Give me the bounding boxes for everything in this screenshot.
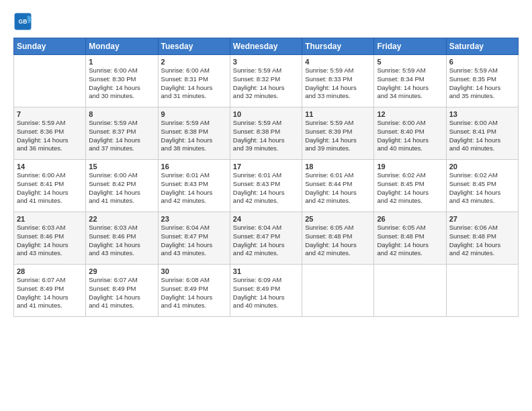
- day-info: Sunrise: 6:01 AM Sunset: 8:43 PM Dayligh…: [233, 171, 299, 205]
- calendar-table: SundayMondayTuesdayWednesdayThursdayFrid…: [13, 38, 519, 317]
- calendar-cell: 14Sunrise: 6:00 AM Sunset: 8:41 PM Dayli…: [14, 160, 86, 212]
- day-number: 22: [89, 215, 154, 223]
- day-info: Sunrise: 6:07 AM Sunset: 8:49 PM Dayligh…: [17, 276, 83, 310]
- day-header-friday: Friday: [374, 38, 446, 55]
- day-info: Sunrise: 5:59 AM Sunset: 8:35 PM Dayligh…: [449, 66, 515, 101]
- day-info: Sunrise: 6:00 AM Sunset: 8:31 PM Dayligh…: [161, 66, 227, 101]
- calendar-cell: 29Sunrise: 6:07 AM Sunset: 8:49 PM Dayli…: [86, 265, 158, 317]
- day-number: 7: [17, 110, 83, 118]
- header: GB: [13, 12, 519, 31]
- day-header-tuesday: Tuesday: [158, 38, 230, 55]
- calendar-cell: 1Sunrise: 6:00 AM Sunset: 8:30 PM Daylig…: [86, 55, 158, 107]
- day-number: 3: [233, 58, 299, 66]
- week-row-2: 14Sunrise: 6:00 AM Sunset: 8:41 PM Dayli…: [14, 160, 519, 212]
- day-info: Sunrise: 6:06 AM Sunset: 8:48 PM Dayligh…: [449, 224, 515, 258]
- day-number: 16: [161, 163, 227, 171]
- calendar-cell: 8Sunrise: 5:59 AM Sunset: 8:37 PM Daylig…: [86, 107, 158, 160]
- week-row-3: 21Sunrise: 6:03 AM Sunset: 8:46 PM Dayli…: [14, 212, 519, 265]
- logo-icon: GB: [13, 12, 32, 31]
- day-info: Sunrise: 5:59 AM Sunset: 8:37 PM Dayligh…: [89, 119, 154, 153]
- day-info: Sunrise: 6:00 AM Sunset: 8:41 PM Dayligh…: [17, 171, 83, 205]
- calendar-cell: 18Sunrise: 6:01 AM Sunset: 8:44 PM Dayli…: [302, 160, 374, 212]
- calendar-cell: 16Sunrise: 6:01 AM Sunset: 8:43 PM Dayli…: [158, 160, 230, 212]
- svg-text:GB: GB: [19, 18, 28, 25]
- day-info: Sunrise: 6:00 AM Sunset: 8:30 PM Dayligh…: [89, 66, 154, 101]
- day-number: 14: [17, 163, 83, 171]
- day-header-saturday: Saturday: [446, 38, 518, 55]
- day-number: 9: [161, 110, 227, 118]
- calendar-cell: 5Sunrise: 5:59 AM Sunset: 8:34 PM Daylig…: [374, 55, 446, 107]
- day-info: Sunrise: 5:59 AM Sunset: 8:38 PM Dayligh…: [233, 119, 299, 153]
- calendar-cell: 6Sunrise: 5:59 AM Sunset: 8:35 PM Daylig…: [446, 55, 518, 107]
- calendar-cell: 30Sunrise: 6:08 AM Sunset: 8:49 PM Dayli…: [158, 265, 230, 317]
- day-info: Sunrise: 5:59 AM Sunset: 8:33 PM Dayligh…: [305, 66, 371, 101]
- day-info: Sunrise: 5:59 AM Sunset: 8:39 PM Dayligh…: [305, 119, 371, 153]
- day-info: Sunrise: 5:59 AM Sunset: 8:36 PM Dayligh…: [17, 119, 83, 153]
- calendar-cell: 10Sunrise: 5:59 AM Sunset: 8:38 PM Dayli…: [230, 107, 302, 160]
- day-info: Sunrise: 6:00 AM Sunset: 8:42 PM Dayligh…: [89, 171, 154, 205]
- day-number: 11: [305, 110, 371, 118]
- week-row-4: 28Sunrise: 6:07 AM Sunset: 8:49 PM Dayli…: [14, 265, 519, 317]
- day-info: Sunrise: 6:01 AM Sunset: 8:44 PM Dayligh…: [305, 171, 371, 205]
- day-number: 4: [305, 58, 371, 66]
- calendar-cell: 26Sunrise: 6:05 AM Sunset: 8:48 PM Dayli…: [374, 212, 446, 265]
- day-number: 8: [89, 110, 154, 118]
- day-number: 21: [17, 215, 83, 223]
- day-number: 17: [233, 163, 299, 171]
- calendar-cell: 15Sunrise: 6:00 AM Sunset: 8:42 PM Dayli…: [86, 160, 158, 212]
- day-number: 31: [233, 267, 299, 275]
- calendar-cell: 20Sunrise: 6:02 AM Sunset: 8:45 PM Dayli…: [446, 160, 518, 212]
- calendar-cell: 11Sunrise: 5:59 AM Sunset: 8:39 PM Dayli…: [302, 107, 374, 160]
- calendar-cell: 3Sunrise: 5:59 AM Sunset: 8:32 PM Daylig…: [230, 55, 302, 107]
- day-info: Sunrise: 6:01 AM Sunset: 8:43 PM Dayligh…: [161, 171, 227, 205]
- day-info: Sunrise: 5:59 AM Sunset: 8:38 PM Dayligh…: [161, 119, 227, 153]
- calendar-cell: 27Sunrise: 6:06 AM Sunset: 8:48 PM Dayli…: [446, 212, 518, 265]
- day-number: 10: [233, 110, 299, 118]
- calendar-cell: 22Sunrise: 6:03 AM Sunset: 8:46 PM Dayli…: [86, 212, 158, 265]
- day-header-wednesday: Wednesday: [230, 38, 302, 55]
- day-number: 28: [17, 267, 83, 275]
- day-info: Sunrise: 6:05 AM Sunset: 8:48 PM Dayligh…: [305, 224, 371, 258]
- calendar-cell: 2Sunrise: 6:00 AM Sunset: 8:31 PM Daylig…: [158, 55, 230, 107]
- calendar-cell: 12Sunrise: 6:00 AM Sunset: 8:40 PM Dayli…: [374, 107, 446, 160]
- calendar-cell: 13Sunrise: 6:00 AM Sunset: 8:41 PM Dayli…: [446, 107, 518, 160]
- calendar-cell: 31Sunrise: 6:09 AM Sunset: 8:49 PM Dayli…: [230, 265, 302, 317]
- calendar-cell: [374, 265, 446, 317]
- day-number: 12: [377, 110, 443, 118]
- day-number: 1: [89, 58, 154, 66]
- day-number: 23: [161, 215, 227, 223]
- day-number: 18: [305, 163, 371, 171]
- day-number: 25: [305, 215, 371, 223]
- day-header-thursday: Thursday: [302, 38, 374, 55]
- day-header-monday: Monday: [86, 38, 158, 55]
- day-info: Sunrise: 6:03 AM Sunset: 8:46 PM Dayligh…: [89, 224, 154, 258]
- day-number: 20: [449, 163, 515, 171]
- calendar-cell: 17Sunrise: 6:01 AM Sunset: 8:43 PM Dayli…: [230, 160, 302, 212]
- calendar-cell: 23Sunrise: 6:04 AM Sunset: 8:47 PM Dayli…: [158, 212, 230, 265]
- week-row-1: 7Sunrise: 5:59 AM Sunset: 8:36 PM Daylig…: [14, 107, 519, 160]
- day-number: 26: [377, 215, 443, 223]
- day-number: 6: [449, 58, 515, 66]
- day-info: Sunrise: 6:07 AM Sunset: 8:49 PM Dayligh…: [89, 276, 154, 310]
- page: GB SundayMondayTuesdayWednesdayThursdayF…: [0, 0, 532, 411]
- day-info: Sunrise: 6:00 AM Sunset: 8:41 PM Dayligh…: [449, 119, 515, 153]
- day-number: 24: [233, 215, 299, 223]
- day-number: 2: [161, 58, 227, 66]
- calendar-cell: 4Sunrise: 5:59 AM Sunset: 8:33 PM Daylig…: [302, 55, 374, 107]
- day-number: 15: [89, 163, 154, 171]
- calendar-cell: 7Sunrise: 5:59 AM Sunset: 8:36 PM Daylig…: [14, 107, 86, 160]
- day-number: 19: [377, 163, 443, 171]
- day-number: 29: [89, 267, 154, 275]
- day-header-sunday: Sunday: [14, 38, 86, 55]
- day-number: 13: [449, 110, 515, 118]
- calendar-cell: [446, 265, 518, 317]
- day-info: Sunrise: 6:04 AM Sunset: 8:47 PM Dayligh…: [233, 224, 299, 258]
- day-info: Sunrise: 6:00 AM Sunset: 8:40 PM Dayligh…: [377, 119, 443, 153]
- calendar-cell: [302, 265, 374, 317]
- calendar-cell: [14, 55, 86, 107]
- day-info: Sunrise: 6:05 AM Sunset: 8:48 PM Dayligh…: [377, 224, 443, 258]
- day-info: Sunrise: 6:02 AM Sunset: 8:45 PM Dayligh…: [377, 171, 443, 205]
- day-info: Sunrise: 6:03 AM Sunset: 8:46 PM Dayligh…: [17, 224, 83, 258]
- logo: GB: [13, 12, 34, 31]
- calendar-cell: 9Sunrise: 5:59 AM Sunset: 8:38 PM Daylig…: [158, 107, 230, 160]
